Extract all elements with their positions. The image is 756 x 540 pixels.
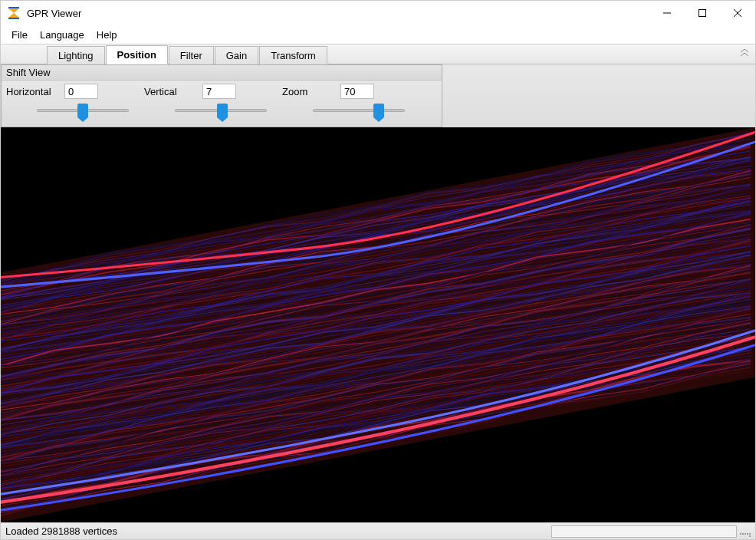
close-button[interactable] — [720, 1, 755, 25]
menu-help[interactable]: Help — [90, 27, 123, 43]
panel-body: Horizontal 0 Vertical 7 — [2, 81, 442, 127]
shift-view-panel: Shift View Horizontal 0 — [1, 64, 442, 127]
zoom-value[interactable]: 70 — [340, 84, 374, 99]
statusbar: Loaded 2981888 vertices — [1, 522, 755, 539]
status-well — [551, 525, 737, 538]
app-window: GPR Viewer File Language Help Lighting P… — [0, 0, 756, 540]
titlebar: GPR Viewer — [1, 1, 755, 25]
horizontal-slider-thumb[interactable] — [77, 104, 88, 117]
svg-marker-1 — [8, 13, 19, 18]
tab-strip: Lighting Position Filter Gain Transform — [1, 44, 755, 64]
window-controls — [649, 1, 755, 25]
menubar: File Language Help — [1, 25, 755, 44]
tab-filter[interactable]: Filter — [169, 46, 214, 64]
minimize-button[interactable] — [649, 1, 685, 25]
panel-area: Shift View Horizontal 0 — [1, 64, 755, 127]
app-icon — [7, 6, 21, 20]
horizontal-slider[interactable] — [37, 102, 129, 119]
horizontal-control: Horizontal 0 — [6, 84, 129, 119]
zoom-slider-thumb[interactable] — [373, 104, 384, 117]
svg-rect-3 — [8, 18, 19, 19]
resize-grip-icon[interactable] — [740, 526, 751, 537]
status-text: Loaded 2981888 vertices — [5, 525, 551, 537]
zoom-control: Zoom 70 — [282, 84, 405, 119]
zoom-label: Zoom — [282, 86, 336, 97]
gpr-canvas[interactable] — [1, 127, 755, 522]
svg-marker-0 — [8, 8, 19, 13]
vertical-value[interactable]: 7 — [202, 84, 236, 99]
tab-transform[interactable]: Transform — [259, 46, 327, 64]
panel-title: Shift View — [2, 65, 442, 81]
horizontal-value[interactable]: 0 — [64, 84, 98, 99]
vertical-slider[interactable] — [175, 102, 267, 119]
window-title: GPR Viewer — [27, 8, 649, 19]
vertical-label: Vertical — [144, 86, 198, 97]
horizontal-label: Horizontal — [6, 86, 60, 97]
svg-rect-2 — [8, 7, 19, 8]
zoom-slider[interactable] — [313, 102, 405, 119]
tab-position[interactable]: Position — [106, 45, 168, 64]
tab-lighting[interactable]: Lighting — [47, 46, 105, 64]
tab-gain[interactable]: Gain — [215, 46, 258, 64]
collapse-chevron-icon[interactable] — [740, 49, 749, 58]
vertical-control: Vertical 7 — [144, 84, 267, 119]
svg-rect-5 — [699, 10, 706, 17]
maximize-button[interactable] — [685, 1, 720, 25]
menu-file[interactable]: File — [5, 27, 34, 43]
menu-language[interactable]: Language — [34, 27, 90, 43]
vertical-slider-thumb[interactable] — [217, 104, 228, 117]
